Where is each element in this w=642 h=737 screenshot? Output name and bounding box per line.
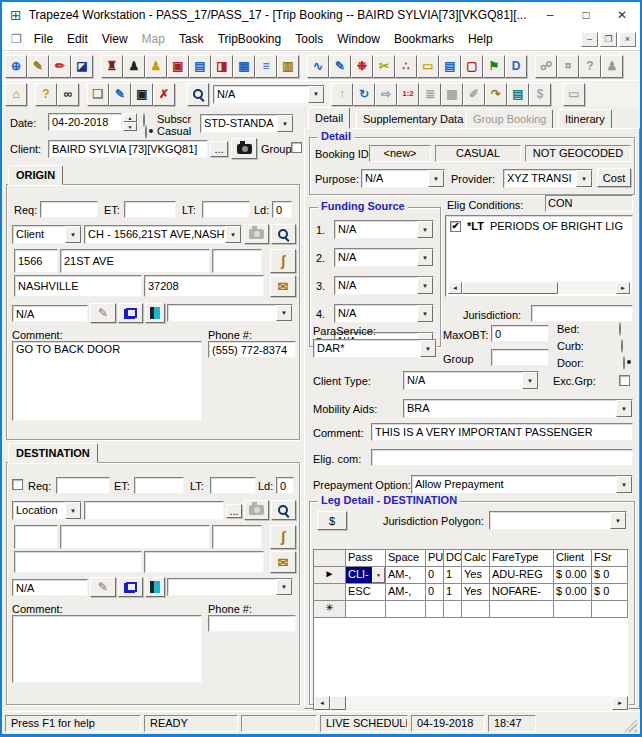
toolbar-button[interactable]: ▭ <box>563 83 585 106</box>
do-cell[interactable] <box>444 601 462 618</box>
do-cell[interactable]: 1 <box>444 584 462 601</box>
origin-street-field[interactable] <box>60 249 210 273</box>
destination-zip-field[interactable] <box>144 551 264 573</box>
pu-cell[interactable] <box>426 601 444 618</box>
toolbar-button[interactable]: ▤ <box>189 55 211 78</box>
destination-overlap-button[interactable] <box>118 577 143 597</box>
elig-com-field[interactable] <box>371 449 633 466</box>
destination-lt-field[interactable] <box>210 477 256 494</box>
obt-group-field[interactable] <box>491 349 549 366</box>
menu-item-window[interactable]: Window <box>330 30 387 48</box>
tab-origin[interactable]: ORIGIN <box>8 165 63 185</box>
chevron-down-icon[interactable]: ▼ <box>417 277 433 294</box>
toolbar-button[interactable]: ≡ <box>255 55 277 78</box>
chevron-down-icon[interactable]: ▼ <box>65 226 81 243</box>
origin-zone-field[interactable] <box>12 305 88 322</box>
row-selector[interactable] <box>314 584 346 601</box>
chevron-down-icon[interactable]: ▼ <box>308 86 324 103</box>
tab-supplementary-data[interactable]: Supplementary Data <box>356 109 470 129</box>
toolbar-button[interactable]: ↷ <box>485 83 507 106</box>
toolbar-button[interactable]: ❏ <box>87 83 109 106</box>
origin-door-button[interactable] <box>145 303 165 323</box>
maximize-button[interactable]: □ <box>568 3 604 28</box>
mdi-minimize-button[interactable]: – <box>581 32 598 47</box>
purpose-combo[interactable]: N/A ▼ <box>361 169 445 188</box>
mdi-close-button[interactable]: × <box>619 32 636 47</box>
destination-location-field[interactable] <box>84 501 224 520</box>
new-row-selector[interactable]: ✳ <box>314 601 346 618</box>
menu-item-tools[interactable]: Tools <box>288 30 330 48</box>
origin-unit-field[interactable] <box>212 249 262 273</box>
date-spinner[interactable]: ▲ ▼ <box>123 113 137 131</box>
toolbar-button[interactable]: ≣ <box>419 83 441 106</box>
chevron-down-icon[interactable]: ▼ <box>276 579 292 595</box>
spinner-up-icon[interactable]: ▲ <box>123 113 137 122</box>
toolbar-button[interactable]: ↻ <box>353 83 375 106</box>
space-cell[interactable] <box>386 601 426 618</box>
client-fare-cell[interactable]: $ 0.00 <box>554 567 592 584</box>
menu-item-bookmarks[interactable]: Bookmarks <box>387 30 461 48</box>
toolbar-button[interactable]: ▣ <box>131 83 153 106</box>
toolbar-button[interactable]: ♜ <box>101 55 123 78</box>
client-fare-cell[interactable] <box>554 601 592 618</box>
chevron-down-icon[interactable]: ▼ <box>616 476 632 493</box>
destination-comment-area[interactable] <box>12 615 202 683</box>
toolbar-button[interactable]: ? <box>35 83 57 106</box>
date-field[interactable] <box>48 113 122 131</box>
origin-extra-combo[interactable]: ▼ <box>167 304 293 322</box>
toolbar-button[interactable]: ⌂ <box>5 83 27 106</box>
jurisdiction-field[interactable] <box>531 305 633 322</box>
elig-condition-item[interactable]: ✔ *LT PERIODS OF BRIGHT LIG <box>446 216 632 232</box>
origin-location-combo[interactable]: CH - 1566,21ST AVE,NASHV ▼ <box>84 225 242 244</box>
origin-map-edit-button[interactable]: ✎ <box>90 303 116 323</box>
toolbar-button[interactable]: ◪ <box>71 55 93 78</box>
origin-street-number-field[interactable] <box>14 249 58 273</box>
toolbar-button[interactable]: D <box>505 55 527 78</box>
chevron-down-icon[interactable]: ▼ <box>576 170 592 187</box>
toolbar-button[interactable]: ❉ <box>351 55 373 78</box>
scroll-thumb[interactable] <box>462 282 558 294</box>
destination-locate-button[interactable]: ʃ <box>270 525 296 549</box>
quick-search-combo[interactable]: N/A ▼ <box>213 85 325 104</box>
chevron-down-icon[interactable]: ▼ <box>225 226 241 243</box>
toolbar-button[interactable]: ✏ <box>49 55 71 78</box>
origin-address-type-combo[interactable]: Client ▼ <box>12 225 82 244</box>
mdi-restore-button[interactable]: ❐ <box>600 32 617 47</box>
scroll-left-icon[interactable]: ◄ <box>314 696 330 710</box>
client-browse-button[interactable]: ... <box>210 141 228 157</box>
fsr-cell[interactable] <box>592 601 628 618</box>
origin-locate-button[interactable]: ʃ <box>270 249 296 273</box>
close-button[interactable]: ✕ <box>604 3 640 28</box>
destination-req-checkbox[interactable] <box>12 479 23 490</box>
client-field[interactable] <box>48 140 208 158</box>
destination-door-button[interactable] <box>145 577 165 597</box>
toolbar-button[interactable]: ◨ <box>211 55 233 78</box>
toolbar-button[interactable]: ∞ <box>57 83 79 106</box>
destination-ld-field[interactable] <box>276 477 294 494</box>
toolbar-button[interactable]: ☍ <box>535 55 557 78</box>
origin-comment-area[interactable]: GO TO BACK DOOR <box>12 341 202 421</box>
origin-et-field[interactable] <box>124 201 176 218</box>
menu-item-edit[interactable]: Edit <box>60 30 95 48</box>
elig-condition-checkbox[interactable]: ✔ <box>450 221 461 232</box>
casual-radio[interactable] <box>145 125 147 139</box>
tab-detail[interactable]: Detail <box>308 107 350 129</box>
scroll-left-icon[interactable]: ◄ <box>448 282 462 294</box>
group-checkbox[interactable] <box>291 142 302 153</box>
door-radio[interactable] <box>623 356 625 370</box>
calc-cell[interactable]: Yes <box>462 567 490 584</box>
calc-cell[interactable] <box>462 601 490 618</box>
paraservice-combo[interactable]: DAR* ▼ <box>313 339 437 358</box>
resize-grip[interactable] <box>624 719 637 732</box>
destination-street-field[interactable] <box>60 525 210 549</box>
fsr-cell[interactable]: $ 0 <box>592 584 628 601</box>
chevron-down-icon[interactable]: ▼ <box>417 249 433 266</box>
toolbar-button[interactable]: ✎ <box>329 55 351 78</box>
toolbar-button[interactable]: ↑ <box>331 83 353 106</box>
pass-cell[interactable]: ESC <box>346 584 386 601</box>
toolbar-button[interactable]: ▦ <box>441 83 463 106</box>
fsr-cell[interactable]: $ 0 <box>592 567 628 584</box>
pass-cell[interactable] <box>346 601 386 618</box>
toolbar-button[interactable]: ∴ <box>395 55 417 78</box>
funding-source-combo[interactable]: N/A ▼ <box>334 304 434 323</box>
